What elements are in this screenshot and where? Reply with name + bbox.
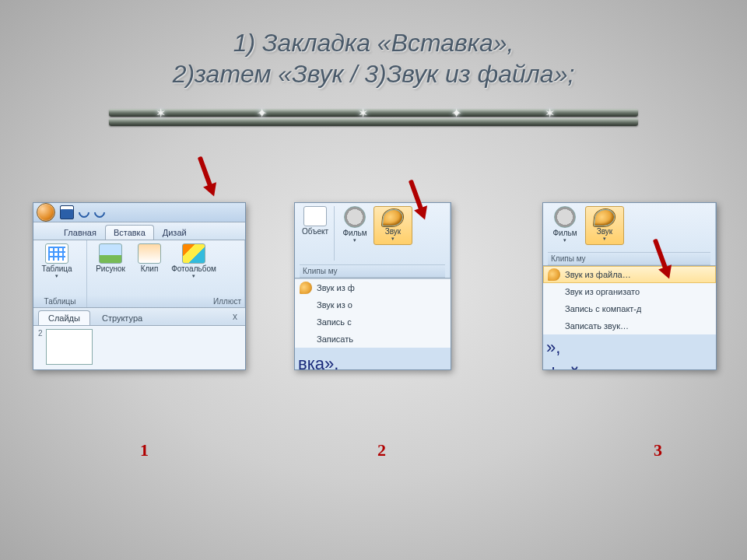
ribbon-tabs: Главная Вставка Дизай [33, 222, 245, 240]
slide-number: 2 [38, 329, 43, 370]
film-button[interactable]: Фильм ▾ [548, 206, 582, 243]
title-line-1: 1) Закладка «Вставка», [0, 27, 747, 58]
tab-home[interactable]: Главная [55, 225, 105, 240]
slide-title: 1) Закладка «Вставка», 2)затем «Звук / 3… [0, 27, 747, 89]
menu-item-record-cd[interactable]: Запись с [295, 313, 451, 331]
step-label-1: 1 [140, 440, 149, 460]
menu-item-sound-from-file[interactable]: Звук из ф [295, 279, 451, 296]
slides-pane-tabs: Слайды Структура x [33, 308, 245, 326]
tab-insert[interactable]: Вставка [105, 225, 154, 240]
menu-item-sound-from-file[interactable]: Звук из файла… [543, 266, 716, 283]
menu-item-record-cd[interactable]: Запись с компакт-д [543, 300, 716, 317]
menu-item-record-sound[interactable]: Записать звук… [543, 317, 716, 334]
menu-item-sound-from-organizer[interactable]: Звук из организато [543, 283, 716, 300]
group-title-media: Клипы му [548, 252, 710, 265]
step-label-3: 3 [654, 440, 662, 460]
screenshot-step-2: Объект Фильм ▾ Звук ▾ Клипы му Звук из ф [294, 202, 451, 370]
pane-close-icon[interactable]: x [233, 311, 237, 322]
film-icon [344, 206, 366, 228]
group-title-illustrations: Иллюст [87, 296, 244, 307]
picture-icon [99, 243, 122, 264]
pane-tab-outline[interactable]: Структура [92, 310, 153, 325]
sound-icon [300, 282, 312, 294]
sound-icon [594, 209, 615, 226]
group-title-tables: Таблицы [33, 296, 86, 307]
slide-body-text-fragment: вка». [295, 348, 451, 370]
object-icon [303, 206, 327, 226]
sound-button[interactable]: Звук ▾ [585, 206, 624, 245]
screenshot-step-1: Главная Вставка Дизай Таблица ▾ Таблицы … [33, 202, 246, 370]
slide-thumbnail[interactable] [46, 329, 93, 365]
clip-button[interactable]: Клип [134, 243, 165, 273]
clip-icon [138, 243, 161, 264]
sound-dropdown-menu: Звук из ф Звук из о Запись с Записать [295, 278, 451, 348]
screenshot-step-3: Фильм ▾ Звук ▾ Клипы му Звук из файла… З… [542, 202, 717, 370]
sound-icon [382, 209, 404, 226]
sound-dropdown-menu: Звук из файла… Звук из организато Запись… [543, 266, 716, 334]
undo-icon[interactable] [76, 205, 92, 220]
object-button[interactable]: Объект [300, 206, 331, 236]
menu-item-record-sound[interactable]: Записать [295, 331, 451, 348]
photoalbum-icon [182, 243, 205, 264]
film-button[interactable]: Фильм ▾ [338, 206, 372, 243]
film-icon [554, 206, 576, 228]
slide-body-text-fragment: файла»; [543, 364, 716, 370]
group-title-media: Клипы му [300, 264, 445, 278]
menu-item-sound-from-organizer[interactable]: Звук из о [295, 296, 451, 313]
save-icon[interactable] [60, 205, 74, 219]
ribbon-insert: Таблица ▾ Таблицы Рисунок Клип Фотоальбо… [33, 240, 245, 308]
table-icon [45, 243, 68, 264]
pane-tab-slides[interactable]: Слайды [38, 310, 90, 325]
slide-thumbnails: 2 [33, 326, 245, 370]
quick-access-toolbar [33, 203, 245, 222]
photoalbum-button[interactable]: Фотоальбом ▾ [170, 243, 218, 279]
arrow-to-insert-tab [195, 156, 219, 199]
tab-design[interactable]: Дизай [154, 225, 195, 240]
step-label-2: 2 [377, 440, 386, 460]
title-line-2: 2)затем «Звук / 3)Звук из файла»; [0, 58, 747, 89]
slide-body-text-fragment: », [543, 334, 716, 364]
office-button-icon[interactable] [37, 203, 55, 222]
redo-icon[interactable] [92, 205, 107, 220]
table-button[interactable]: Таблица ▾ [38, 243, 75, 279]
picture-button[interactable]: Рисунок [92, 243, 129, 273]
sound-icon [548, 268, 560, 281]
ribbon-media: Фильм ▾ Звук ▾ Клипы му [543, 203, 716, 266]
ornamental-divider: ✶ ✦ ✶ ✦ ✶ [109, 109, 638, 126]
sound-button[interactable]: Звук ▾ [374, 206, 412, 245]
